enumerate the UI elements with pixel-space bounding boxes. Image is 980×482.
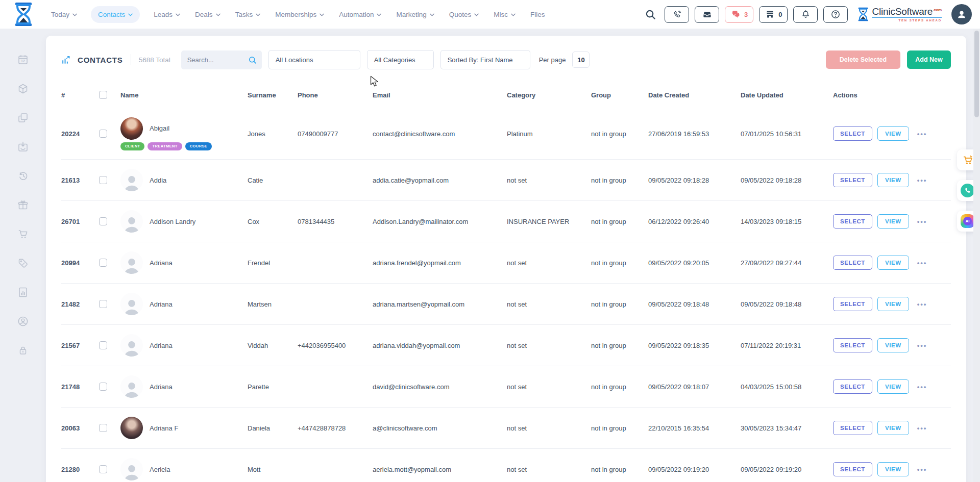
view-button[interactable]: VIEW: [877, 379, 909, 394]
contact-email[interactable]: adriana.frendel@yopmail.com: [373, 259, 507, 267]
row-checkbox[interactable]: [99, 341, 107, 349]
view-button[interactable]: VIEW: [877, 338, 909, 352]
select-all-checkbox[interactable]: [99, 91, 107, 99]
select-button[interactable]: SELECT: [833, 297, 872, 311]
select-button[interactable]: SELECT: [833, 256, 872, 270]
view-button[interactable]: VIEW: [877, 462, 909, 476]
location-filter[interactable]: All Locations: [268, 50, 360, 69]
history-icon[interactable]: [17, 170, 29, 182]
user-circle-icon[interactable]: [17, 315, 29, 327]
inbox-button[interactable]: [695, 6, 719, 23]
copy-icon[interactable]: [17, 112, 29, 124]
nav-item-leads[interactable]: Leads: [153, 6, 181, 23]
more-actions-button[interactable]: •••: [917, 176, 927, 184]
per-page-input[interactable]: 10: [572, 52, 590, 68]
contact-email[interactable]: contact@clinicsoftware.com: [373, 130, 507, 138]
scrollbar-thumb[interactable]: [974, 31, 979, 117]
nav-item-deals[interactable]: Deals: [194, 6, 222, 23]
nav-item-memberships[interactable]: Memberships: [274, 6, 325, 23]
row-checkbox[interactable]: [99, 465, 107, 473]
report-icon[interactable]: [17, 286, 29, 298]
avatar[interactable]: [120, 251, 143, 274]
view-button[interactable]: VIEW: [877, 126, 909, 141]
view-button[interactable]: VIEW: [877, 173, 909, 187]
vertical-scrollbar[interactable]: [973, 29, 980, 482]
select-button[interactable]: SELECT: [833, 214, 872, 229]
contact-email[interactable]: adriana.martsen@yopmail.com: [373, 300, 507, 308]
nav-item-files[interactable]: Files: [529, 6, 546, 23]
contact-name[interactable]: Adriana: [150, 259, 173, 267]
contact-email[interactable]: Addison.Landry@mailinator.com: [373, 218, 507, 225]
gift-icon[interactable]: [17, 199, 29, 211]
avatar[interactable]: [120, 169, 143, 191]
view-button[interactable]: VIEW: [877, 256, 909, 270]
nav-item-quotes[interactable]: Quotes: [448, 6, 480, 23]
row-checkbox[interactable]: [99, 130, 107, 138]
nav-item-today[interactable]: Today: [50, 6, 78, 23]
contact-email[interactable]: a@clinicsoftware.com: [373, 424, 507, 432]
contact-email[interactable]: adriana.viddah@yopmail.com: [373, 342, 507, 349]
more-actions-button[interactable]: •••: [917, 466, 927, 473]
chat-button[interactable]: 3: [725, 6, 753, 23]
more-actions-button[interactable]: •••: [917, 424, 927, 432]
select-button[interactable]: SELECT: [833, 421, 872, 435]
contact-name[interactable]: Adriana: [150, 383, 173, 391]
contact-email[interactable]: addia.catie@yopmail.com: [373, 176, 507, 184]
lock-icon[interactable]: [17, 344, 29, 357]
add-new-button[interactable]: Add New: [907, 50, 951, 69]
contact-name[interactable]: Addison Landry: [150, 218, 195, 225]
view-button[interactable]: VIEW: [877, 297, 909, 311]
app-logo-icon[interactable]: [12, 2, 35, 27]
row-checkbox[interactable]: [99, 424, 107, 432]
row-checkbox[interactable]: [99, 300, 107, 308]
nav-item-tasks[interactable]: Tasks: [234, 6, 262, 23]
row-checkbox[interactable]: [99, 217, 107, 225]
avatar[interactable]: [120, 375, 143, 398]
contact-name[interactable]: Adriana: [150, 300, 173, 308]
avatar[interactable]: [120, 210, 143, 233]
select-button[interactable]: SELECT: [833, 173, 872, 187]
view-button[interactable]: VIEW: [877, 421, 909, 435]
nav-item-automation[interactable]: Automation: [338, 6, 382, 23]
search-submit-icon[interactable]: [248, 56, 257, 64]
avatar[interactable]: [120, 417, 143, 439]
more-actions-button[interactable]: •••: [917, 259, 927, 267]
select-button[interactable]: SELECT: [833, 338, 872, 352]
sort-filter[interactable]: Sorted By: First Name: [440, 50, 530, 69]
cart-icon[interactable]: [17, 228, 29, 240]
nav-item-misc[interactable]: Misc: [493, 6, 517, 23]
avatar[interactable]: [120, 334, 143, 357]
more-actions-button[interactable]: •••: [917, 218, 927, 225]
more-actions-button[interactable]: •••: [917, 342, 927, 349]
select-button[interactable]: SELECT: [833, 462, 872, 476]
row-checkbox[interactable]: [99, 259, 107, 267]
more-actions-button[interactable]: •••: [917, 130, 927, 138]
search-icon[interactable]: [645, 9, 656, 20]
avatar[interactable]: [120, 458, 143, 480]
contact-name[interactable]: Adriana F: [150, 424, 178, 432]
select-button[interactable]: SELECT: [833, 379, 872, 394]
help-button[interactable]: [823, 6, 848, 23]
row-checkbox[interactable]: [99, 383, 107, 391]
store-button[interactable]: 0: [759, 6, 788, 23]
search-input[interactable]: [187, 56, 248, 64]
nav-item-marketing[interactable]: Marketing: [395, 6, 435, 23]
more-actions-button[interactable]: •••: [917, 383, 927, 391]
contact-email[interactable]: aeriela.mott@yopmail.com: [373, 466, 507, 473]
contact-email[interactable]: david@clinicsoftware.com: [373, 383, 507, 391]
contact-name[interactable]: Aeriela: [150, 466, 170, 473]
contact-name[interactable]: Adriana: [150, 342, 173, 349]
user-avatar[interactable]: [951, 4, 972, 24]
calendar-12-icon[interactable]: 12: [17, 54, 29, 66]
price-tag-icon[interactable]: [17, 257, 29, 269]
calendar-download-icon[interactable]: [17, 141, 29, 153]
more-actions-button[interactable]: •••: [917, 300, 927, 308]
nav-item-contacts[interactable]: Contacts: [91, 6, 140, 23]
contact-name[interactable]: Abigail: [150, 124, 169, 132]
avatar[interactable]: [120, 117, 143, 140]
delete-selected-button[interactable]: Delete Selected: [826, 50, 900, 69]
view-button[interactable]: VIEW: [877, 214, 909, 229]
avatar[interactable]: [120, 293, 143, 315]
package-icon[interactable]: [17, 83, 29, 95]
phone-button[interactable]: [665, 6, 689, 23]
